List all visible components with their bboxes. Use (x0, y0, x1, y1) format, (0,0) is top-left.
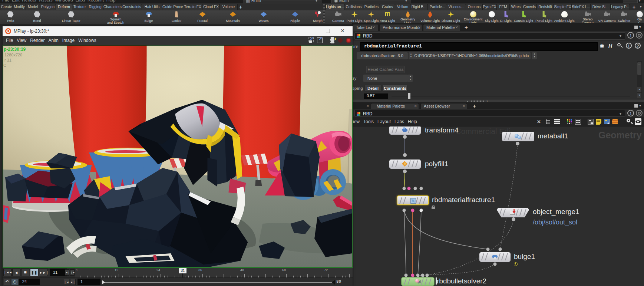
svg-text:1280x720: 1280x720 (4, 53, 22, 57)
svg-text:r 31: r 31 (4, 58, 11, 62)
svg-text:C: C (3, 63, 6, 68)
svg-text:p-23:30:19: p-23:30:19 (4, 47, 26, 52)
